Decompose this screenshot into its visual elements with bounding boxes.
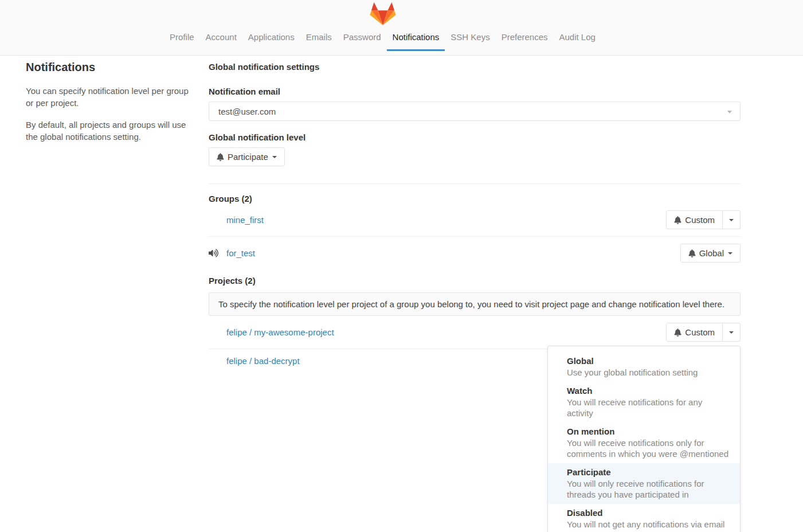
caret-down-icon (728, 252, 733, 255)
global-notification-level-label: Global notification level (209, 132, 741, 142)
project-level-button[interactable]: Custom (666, 323, 723, 342)
caret-down-icon (729, 219, 734, 221)
profile-settings-header: Profile Account Applications Emails Pass… (0, 0, 803, 56)
project-level-value: Custom (685, 327, 715, 337)
tab-preferences-link[interactable]: Preferences (496, 24, 554, 51)
dropdown-item-title: On mention (567, 426, 731, 437)
tab-applications-link[interactable]: Applications (242, 24, 300, 51)
bell-icon (674, 328, 681, 337)
tab-ssh-keys[interactable]: SSH Keys (445, 24, 495, 51)
tab-audit-log[interactable]: Audit Log (554, 24, 601, 51)
tab-audit-log-link[interactable]: Audit Log (554, 24, 601, 51)
group-level-button[interactable]: Custom (666, 210, 723, 229)
dropdown-item-description: Use your global notification setting (567, 367, 731, 378)
dropdown-item-participate[interactable]: Participate You will only receive notifi… (548, 463, 740, 504)
dropdown-item-description: You will only receive notifications for … (567, 478, 731, 500)
project-level-split-button: Custom (666, 323, 741, 342)
tab-emails-link[interactable]: Emails (300, 24, 338, 51)
chevron-down-icon (727, 111, 732, 114)
profile-settings-tabs: Profile Account Applications Emails Pass… (164, 24, 601, 51)
group-level-caret-button[interactable] (723, 210, 741, 229)
global-level-value: Participate (228, 152, 268, 162)
dropdown-item-disabled[interactable]: Disabled You will not get any notificati… (548, 504, 740, 532)
project-row-my-awesome-project: felipe / my-awesome-project Custom (209, 316, 741, 349)
projects-notice: To specify the notification level per pr… (209, 292, 741, 316)
notifications-sidebar: Notifications You can specify notificati… (26, 61, 198, 152)
dropdown-item-on-mention[interactable]: On mention You will receive notification… (548, 423, 740, 463)
project-level-caret-button[interactable] (723, 323, 741, 342)
bell-icon (688, 249, 696, 257)
group-row-mine-first: mine_first Custom (209, 204, 741, 236)
groups-title: Groups (2) (209, 194, 741, 204)
group-level-split-button: Custom (666, 210, 741, 229)
volume-up-icon (209, 249, 226, 257)
dropdown-item-title: Participate (567, 467, 731, 478)
notification-level-dropdown: Global Use your global notification sett… (547, 346, 741, 532)
dropdown-item-title: Global (567, 355, 731, 367)
groups-list: mine_first Custom for_test (209, 204, 741, 269)
notification-email-select[interactable]: test@user.com (209, 101, 741, 121)
tab-profile-link[interactable]: Profile (164, 24, 200, 51)
sidebar-description-1: You can specify notification level per g… (26, 85, 198, 109)
notification-email-label: Notification email (209, 87, 741, 96)
tab-ssh-keys-link[interactable]: SSH Keys (445, 24, 495, 51)
dropdown-item-watch[interactable]: Watch You will receive notifications for… (548, 382, 740, 423)
dropdown-item-description: You will receive notifications for any a… (567, 397, 731, 418)
caret-down-icon (729, 331, 734, 334)
bell-icon (674, 216, 681, 224)
section-divider (209, 183, 741, 184)
group-level-value: Custom (685, 215, 715, 225)
tab-emails[interactable]: Emails (300, 24, 338, 51)
group-link-for-test[interactable]: for_test (226, 248, 255, 258)
group-level-value: Global (699, 248, 724, 258)
projects-title: Projects (2) (209, 276, 741, 285)
sidebar-description-2: By default, all projects and groups will… (26, 119, 198, 143)
notifications-settings-panel: Global notification settings Notificatio… (209, 62, 741, 373)
tab-account-link[interactable]: Account (200, 24, 242, 51)
caret-down-icon (272, 156, 277, 158)
tab-notifications[interactable]: Notifications (387, 24, 445, 51)
tab-password-link[interactable]: Password (338, 24, 387, 51)
tab-notifications-link[interactable]: Notifications (387, 24, 445, 51)
group-row-for-test: for_test Global (209, 236, 741, 269)
notification-email-value: test@user.com (218, 107, 276, 116)
dropdown-item-description: You will receive notifications only for … (567, 437, 731, 459)
dropdown-item-title: Watch (567, 385, 731, 397)
dropdown-item-title: Disabled (567, 507, 731, 519)
tab-password[interactable]: Password (338, 24, 387, 51)
bell-icon (217, 153, 224, 161)
gitlab-logo[interactable] (370, 0, 396, 24)
group-level-button[interactable]: Global (680, 244, 741, 263)
tab-profile[interactable]: Profile (164, 24, 200, 51)
project-link-my-awesome-project[interactable]: felipe / my-awesome-project (226, 327, 334, 337)
dropdown-item-description: You will not get any notifications via e… (567, 519, 731, 530)
dropdown-item-global[interactable]: Global Use your global notification sett… (548, 352, 740, 382)
tab-account[interactable]: Account (200, 24, 242, 51)
page-title: Notifications (26, 61, 198, 74)
tab-applications[interactable]: Applications (242, 24, 300, 51)
global-settings-title: Global notification settings (209, 62, 741, 72)
group-link-mine-first[interactable]: mine_first (226, 215, 264, 225)
global-level-button[interactable]: Participate (209, 147, 285, 166)
project-link-bad-decrypt[interactable]: felipe / bad-decrypt (226, 356, 300, 366)
tab-preferences[interactable]: Preferences (496, 24, 554, 51)
